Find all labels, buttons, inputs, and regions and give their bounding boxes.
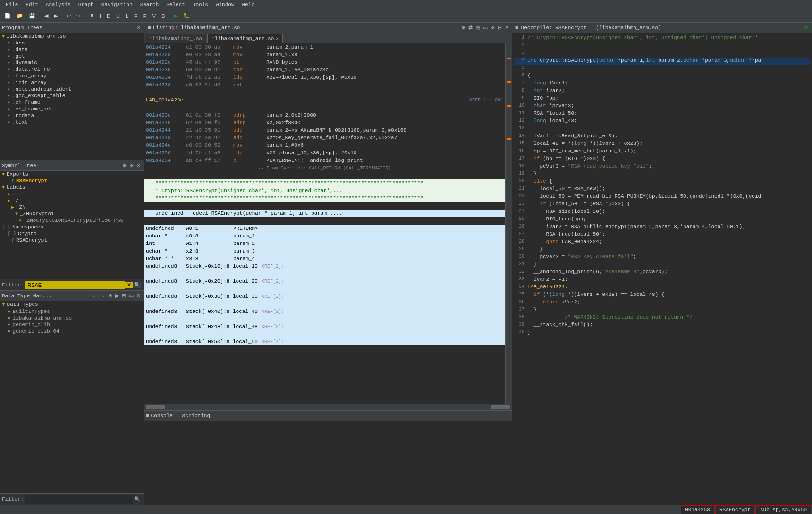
toolbar-open[interactable]: 📁 (14, 11, 25, 21)
sym-labels[interactable]: ▼ Labels (0, 184, 144, 191)
dt-manager-btn2[interactable]: → (99, 293, 106, 299)
listing-btn4[interactable]: ▭ (482, 25, 489, 31)
code-line-9[interactable]: 001a4244 21 a0 05 91 add param_2=>s_Akam… (144, 126, 505, 134)
toolbar-l[interactable]: L (123, 11, 131, 21)
code-line-2[interactable]: 001a4228 e0 03 08 aa mov param_1,x8 (144, 51, 505, 59)
sym-z[interactable]: ▶ _Z (0, 197, 144, 204)
func-sig-line[interactable]: undefined __cdecl RSAEncrypt(uchar * par… (144, 210, 505, 217)
menu-search[interactable]: Search (136, 0, 163, 9)
toolbar-u[interactable]: U (114, 11, 122, 21)
toolbar-save[interactable]: 💾 (26, 11, 38, 21)
var-def-param4[interactable]: uchar * * x3:8 param_4 (144, 255, 505, 262)
filter-bottom-input[interactable] (25, 495, 133, 504)
tree-item-data[interactable]: ▪ .data (0, 46, 144, 53)
var-def-local48[interactable]: undefined8 Stack[-0x48]:8 local_48 XREF[… (144, 323, 505, 330)
tree-item-rodata[interactable]: ▪ .rodata (0, 112, 144, 119)
dt-libakamaibmp[interactable]: ▪ libakamaibmp_arm.so (0, 315, 144, 321)
dt-manager-btn5[interactable]: ⊞ (121, 293, 127, 299)
dt-manager-btn3[interactable]: ⊕ (107, 293, 113, 299)
var-def-param3[interactable]: uchar * x2:8 param_3 (144, 247, 505, 255)
menu-window[interactable]: Window (212, 0, 238, 9)
dt-generic-clib64[interactable]: ▪ generic_clib_64 (0, 328, 144, 335)
symbol-tree-content[interactable]: ▼ Exports ƒ RSAEncrypt ▼ Labels ▶ ... ▶ … (0, 171, 144, 279)
toolbar-forward[interactable]: ▶ (51, 11, 60, 21)
toolbar-debug[interactable]: 🐛 (181, 11, 192, 21)
decompile-content[interactable]: 1 /* Crypto::RSAEncrypt(unsigned char*, … (512, 33, 812, 505)
tree-item-bss[interactable]: ▪ .bss (0, 40, 144, 46)
sym-rsaencrypt-ns[interactable]: ƒ RSAEncrypt (0, 237, 144, 244)
tab-libakamaibmp-arm-so[interactable]: *libakamaibmp_arm.so ✕ (207, 34, 283, 43)
listing-btn6[interactable]: ⊟ (497, 25, 503, 31)
toolbar-up[interactable]: ⬆ (87, 11, 96, 21)
sym-labels-dot[interactable]: ▶ ... (0, 191, 144, 197)
listing-btn5[interactable]: ⊞ (490, 25, 496, 31)
filter-input[interactable] (25, 281, 125, 289)
toolbar-r[interactable]: R (141, 11, 149, 21)
toolbar-f[interactable]: F (132, 11, 140, 21)
var-def-local20[interactable]: undefined8 Stack[-0x20]:8 local_20 XREF[… (144, 278, 505, 285)
var-def-param2[interactable]: int w1:4 param_2 (144, 240, 505, 247)
toolbar-v[interactable]: V (150, 11, 158, 21)
code-line-4[interactable]: 001a4230 60 00 00 91 cbz param_1,LAB_001… (144, 66, 505, 74)
menu-navigation[interactable]: Navigation (98, 0, 136, 9)
tree-item-ehframehdr[interactable]: ▪ .eh_frame_hdr (0, 106, 144, 112)
tree-item-fini[interactable]: ▪ .fini_array (0, 73, 144, 79)
menu-help[interactable]: Help (238, 0, 258, 9)
tree-item-init[interactable]: ▪ .init_array (0, 79, 144, 86)
listing-btn1[interactable]: ⊕ (460, 25, 466, 31)
var-def-param1[interactable]: uchar * x0:8 param_1 (144, 232, 505, 240)
toolbar-decompile[interactable]: D (104, 11, 113, 21)
tree-item-got[interactable]: ▪ .got (0, 53, 144, 59)
toolbar-undo[interactable]: ↩ (64, 11, 73, 21)
var-def-local10[interactable]: undefined8 Stack[-0x10]:8 local_10 XREF[… (144, 262, 505, 270)
console-content[interactable] (144, 421, 512, 505)
var-def-local30[interactable]: undefined8 Stack[-0x30]:8 local_30 XREF[… (144, 293, 505, 300)
toolbar-b[interactable]: B (159, 11, 167, 21)
menu-graph[interactable]: Graph (75, 0, 98, 9)
var-def-local40[interactable]: undefined8 Stack[-0x40]:8 local_40 XREF[… (144, 308, 505, 315)
tree-item-datarel[interactable]: ▪ .data.rel.ro (0, 66, 144, 73)
toolbar-redo[interactable]: ↪ (74, 11, 83, 21)
sym-crypto-ns[interactable]: { } Crypto (0, 230, 144, 237)
program-trees-content[interactable]: ▼ libakamaibmp_arm.so ▪ .bss ▪ .data ▪ .… (0, 33, 144, 160)
toolbar-import[interactable]: I (97, 11, 103, 21)
listing-close[interactable]: ✕ (504, 25, 510, 31)
dt-generic-clib[interactable]: ▪ generic_clib (0, 321, 144, 328)
listing-btn2[interactable]: ⇄ (467, 25, 474, 31)
code-line-1[interactable]: 001a4224 e1 03 00 aa mov param_2,param_1 (144, 43, 505, 51)
sym-zn6crypto1[interactable]: ▼ _ZN6Crypto1 (0, 211, 144, 217)
code-line-11[interactable]: 001a424c c0 00 80 52 mov param_1,#0x6 (144, 142, 505, 149)
code-line-6[interactable]: 001a4238 c0 03 5f d6 ret (144, 81, 505, 89)
decompile-refresh[interactable]: ↻ (803, 25, 809, 31)
menu-file[interactable]: File (2, 0, 22, 9)
sym-rsaencrypt-export[interactable]: ƒ RSAEncrypt (0, 177, 144, 184)
tree-item-note[interactable]: ▪ .note.android.ident (0, 86, 144, 93)
menu-select[interactable]: Select (162, 0, 189, 9)
code-line-5[interactable]: 001a4234 fd 7b c1 a8 ldp x29=>local_10,x… (144, 74, 505, 81)
symbol-tree-close[interactable]: ✕ (135, 162, 142, 169)
dt-manager-btn4[interactable]: ▶ (114, 293, 120, 299)
sym-zn6crypto10[interactable]: ● _ZN6Crypto10RSAEncryptEPhi50_PS0_ (0, 217, 144, 224)
filter-clear[interactable]: ✕ (125, 282, 133, 288)
listing-main[interactable]: 001a4224 e1 03 00 aa mov param_2,param_1… (144, 43, 505, 404)
dt-builtin[interactable]: ▶ BuiltInTypes (0, 308, 144, 315)
code-line-8[interactable]: 001a4240 62 0a 00 f0 adrp x2,0x2f3000 (144, 119, 505, 126)
tab-libakamaibmp-so[interactable]: *libakamaibmp_.so (145, 34, 206, 43)
dt-manager-btn1[interactable]: ← (91, 293, 98, 299)
menu-tools[interactable]: Tools (189, 0, 212, 9)
code-line-13[interactable]: 001a4254 ab e4 ff 17 b <EXTERNAL>::__and… (144, 157, 505, 164)
tab2-close[interactable]: ✕ (276, 36, 279, 42)
filter-search[interactable]: 🔍 (133, 282, 142, 288)
dt-manager-btn6[interactable]: ▭ (128, 293, 135, 299)
toolbar-run[interactable]: ▶ (171, 11, 180, 21)
tree-item-gcc[interactable]: ▪ .gcc_except_table (0, 93, 144, 99)
symbol-tree-btn2[interactable]: ⊞ (128, 162, 135, 169)
dt-manager-content[interactable]: ▼ Data Types ▶ BuiltInTypes ▪ libakamaib… (0, 301, 144, 493)
sym-exports[interactable]: ▼ Exports (0, 171, 144, 177)
toolbar-new[interactable]: 📄 (2, 11, 13, 21)
var-def-local50[interactable]: undefined8 Stack[-0x50]:8 local_50 XREF[… (144, 338, 505, 345)
menu-analysis[interactable]: Analysis (42, 0, 75, 9)
sym-namespaces[interactable]: { } Namespaces (0, 224, 144, 230)
code-label-1[interactable]: LAB_001a423c XREF[1]: 001 (144, 96, 505, 104)
code-line-7[interactable]: 001a423c 61 0a 00 f0 adrp param_2,0x2f30… (144, 111, 505, 119)
